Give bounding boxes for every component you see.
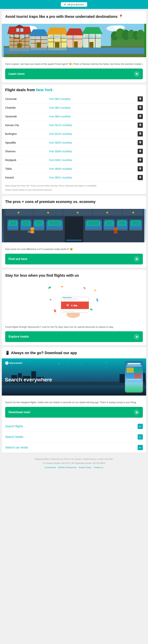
tile-3 [127,373,134,378]
learn-more-arrow-icon: ➤ [134,71,140,77]
svg-point-94 [47,212,49,214]
svg-rect-64 [62,36,65,38]
footer-link[interactable]: Privacy Policy [79,466,91,470]
app-banner-logo: S skyscanner [5,361,23,365]
premium-economy-title: The pros + cons of premium economy vs. e… [5,199,143,204]
search-link-text: Search hotels [5,435,23,438]
email-footer: Registered Office: Omniscreen Ltd, Floor… [0,454,148,472]
svg-rect-34 [16,28,19,32]
svg-rect-78 [89,42,93,48]
svg-rect-139 [130,230,142,230]
svg-point-183 [68,362,69,362]
flight-map-icon [138,96,143,102]
flight-row[interactable]: Kansas City from $123 roundtrip [5,121,143,130]
explore-hotels-button[interactable]: Explore hotels ➤ [5,331,143,342]
find-out-here-arrow-icon: ➤ [134,256,140,262]
flight-city: Kansas City [5,124,49,127]
flight-row[interactable]: Burlington from $125 roundtrip [5,130,143,138]
svg-text:🛏: 🛏 [74,303,77,307]
svg-rect-146 [114,231,117,234]
flight-map-icon [138,158,143,163]
search-link-icon: ▶ [138,424,143,429]
svg-rect-104 [7,230,18,230]
svg-rect-85 [48,48,67,50]
explore-hotels-arrow-icon: ➤ [134,334,140,340]
svg-rect-65 [55,42,59,48]
svg-point-186 [106,362,107,363]
phone-bottom-bar [127,379,141,380]
svg-rect-114 [33,230,44,230]
flight-row[interactable]: Reykjavik from $381 roundtrip [5,156,143,164]
search-link-0[interactable]: Search flights ▶ [2,421,146,432]
search-link-icon: ▶ [138,434,143,440]
footer-link[interactable]: Unsubscribe [45,466,56,470]
svg-rect-118 [49,221,60,225]
svg-rect-171 [2,384,146,396]
svg-rect-149 [54,309,56,312]
premium-economy-card: The pros + cons of premium economy vs. e… [2,196,146,268]
svg-rect-75 [85,35,88,38]
flight-map-icon [138,166,143,172]
flight-price: from $901 roundtrip [49,176,138,179]
skyscanner-logo: ✈ skyscanner [61,2,87,7]
svg-point-44 [18,37,19,38]
search-link-1[interactable]: Search hotels ▶ [2,432,146,442]
flight-map-icon [138,114,143,119]
svg-rect-83 [9,48,30,51]
footer-link[interactable]: Edit My Preferences [58,466,76,470]
flight-row[interactable]: Cincinnati from $82 roundtrip [5,95,143,104]
learn-more-button[interactable]: Learn more ➤ [5,68,143,79]
svg-rect-53 [37,37,40,39]
find-out-here-button[interactable]: Find out here ➤ [5,254,143,264]
flight-city: Burlington [5,132,49,135]
svg-rect-38 [20,35,24,38]
svg-point-184 [81,364,82,365]
flight-city: Savannah [5,115,49,118]
tourist-traps-caption: Paris is great...but have you heard of t… [5,62,143,66]
destination-image [2,24,146,57]
app-download-caption: Search for the cheapest flights, hotels … [5,401,143,404]
tile-2 [134,368,141,373]
footer-link[interactable]: Contact us [94,466,103,470]
svg-rect-124 [85,230,102,230]
svg-rect-36 [11,35,13,37]
svg-rect-70 [74,42,78,48]
flight-row[interactable]: Shannon from $368 roundtrip [5,147,143,156]
download-now-button[interactable]: Download now! ➤ [5,407,143,418]
flight-deals-title: Flight deals from New York [5,88,143,92]
email-header: ✈ skyscanner [0,0,148,9]
flight-row[interactable]: Charlotte from $83 roundtrip [5,104,143,112]
flight-city: Karachi [5,176,49,179]
flight-row[interactable]: Karachi from $901 roundtrip [5,173,143,182]
svg-rect-98 [65,216,83,242]
search-link-2[interactable]: Search car rental ▶ [2,442,146,453]
svg-point-182 [59,364,59,364]
svg-rect-148 [94,290,96,291]
stay-for-less-title: Stay for less when you find flights with… [5,273,143,278]
svg-rect-119 [46,230,63,230]
svg-text:+: + [71,304,73,307]
svg-point-42 [15,37,16,38]
svg-text:▶: ▶ [140,446,141,448]
flight-price: from $381 roundtrip [49,158,138,162]
flight-row[interactable]: Savannah from $84 roundtrip [5,112,143,121]
cabin-svg [4,209,144,242]
flight-price: from $84 roundtrip [49,115,138,118]
flight-row[interactable]: Tbilisi from $649 roundtrip [5,164,143,173]
app-banner-text: Search everywhere [5,371,125,383]
svg-rect-151 [96,298,98,302]
flight-price: from $83 roundtrip [49,106,138,109]
svg-text:skyscanner: skyscanner [63,296,72,298]
flight-row[interactable]: Aguadilla from $259 roundtrip [5,138,143,147]
flight-map-icon [138,175,143,180]
tile-1 [127,368,134,373]
cabin-image [2,209,146,242]
svg-rect-54 [42,37,45,39]
flight-map-icon [138,122,143,128]
svg-rect-52 [32,37,35,39]
svg-rect-165 [63,298,78,300]
stay-for-less-caption: Found flights through Skyscanner? Look f… [5,325,143,329]
svg-point-145 [114,227,117,231]
phone-ui-tiles [127,368,141,378]
svg-rect-123 [88,221,99,225]
